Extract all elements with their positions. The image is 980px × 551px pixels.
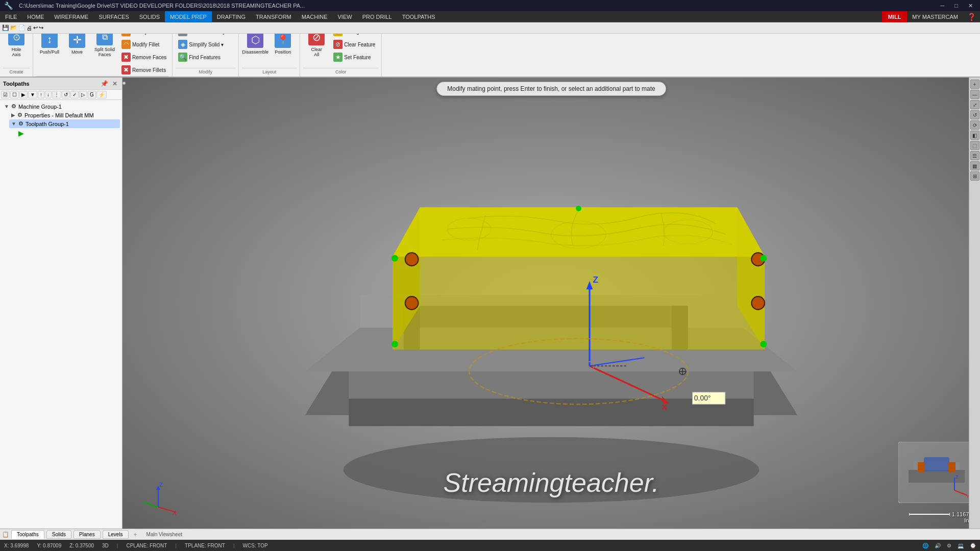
- toolbar-regen[interactable]: ↺: [62, 91, 70, 98]
- menu-toolpaths[interactable]: TOOLPATHS: [397, 11, 440, 22]
- scale-unit: Inch: [909, 517, 975, 523]
- simplify-solid-button[interactable]: ◈ Simplify Solid ▾: [176, 38, 228, 51]
- remove-faces-button[interactable]: ✖ Remove Faces: [119, 51, 169, 63]
- rp-btn-4[interactable]: ↺: [970, 110, 979, 119]
- rp-btn-3[interactable]: ⤢: [970, 100, 979, 109]
- remove-fillets-button[interactable]: ✖ Remove Fillets: [119, 64, 169, 76]
- rp-btn-2[interactable]: —: [970, 90, 979, 99]
- status-icon-4[interactable]: 💻: [958, 543, 964, 548]
- toolbar-collapse[interactable]: ▼: [28, 91, 37, 98]
- mini-model-view[interactable]: Z Y: [898, 442, 975, 503]
- toolbar-highfeed[interactable]: ⚡: [96, 91, 107, 98]
- toolbar-deselect[interactable]: ☐: [10, 91, 19, 98]
- menu-view[interactable]: VIEW: [333, 11, 357, 22]
- close-btn[interactable]: ✕: [965, 2, 976, 10]
- svg-text:X: X: [662, 403, 667, 411]
- tab-toolpaths[interactable]: Toolpaths: [11, 530, 44, 539]
- svg-point-12: [391, 255, 398, 262]
- title-path: C:\Users\imac Training\Google Drive\ST V…: [19, 3, 305, 9]
- panel-pin-btn[interactable]: 📌: [99, 80, 110, 88]
- tree-machine-group[interactable]: ▼ ⚙ Machine Group-1: [2, 102, 120, 111]
- quick-print[interactable]: 🖨: [27, 25, 32, 31]
- toolbar-expand[interactable]: ▶: [19, 91, 28, 98]
- main-area: Toolpaths 📌 ✕ ☑ ☐ ▶ ▼ ↑ ↓ ⋮ ↺ ✓ ▷ G ⚡ ▼ …: [0, 78, 980, 529]
- menu-surfaces[interactable]: SURFACES: [93, 11, 134, 22]
- toolbar-select-all[interactable]: ☑: [1, 91, 10, 98]
- add-tab-btn[interactable]: +: [131, 530, 140, 539]
- rp-btn-5[interactable]: ⟳: [970, 120, 979, 130]
- quick-undo[interactable]: ↩: [33, 24, 38, 31]
- rp-btn-9[interactable]: ▦: [970, 161, 979, 170]
- find-features-button[interactable]: 🔍 Find Features: [176, 51, 228, 63]
- quick-save[interactable]: 💾: [2, 24, 9, 31]
- quick-redo[interactable]: ↪: [39, 24, 43, 31]
- tab-solids[interactable]: Solids: [46, 530, 71, 539]
- panel-close-btn[interactable]: ✕: [111, 80, 119, 88]
- tree-properties[interactable]: ▶ ⚙ Properties - Mill Default MM: [9, 111, 120, 119]
- title-bar-controls[interactable]: ─ □ ✕: [938, 2, 976, 10]
- help-icon[interactable]: ❓: [963, 11, 980, 22]
- modify-label: Modify: [176, 68, 235, 74]
- menu-home[interactable]: HOME: [22, 11, 49, 22]
- svg-point-16: [576, 206, 581, 211]
- status-icon-5[interactable]: ⌚: [970, 543, 976, 548]
- set-feature-button[interactable]: ★ Set Feature: [331, 51, 378, 63]
- clear-feature-button[interactable]: ⊘ Clear Feature: [331, 38, 378, 51]
- svg-point-9: [405, 296, 419, 310]
- toolpaths-panel: Toolpaths 📌 ✕ ☑ ☐ ▶ ▼ ↑ ↓ ⋮ ↺ ✓ ▷ G ⚡ ▼ …: [0, 78, 122, 529]
- toolbar-post[interactable]: G: [88, 91, 96, 98]
- rp-btn-6[interactable]: ◧: [970, 131, 979, 140]
- find-features-icon: 🔍: [178, 53, 187, 62]
- set-feature-icon: ★: [333, 53, 342, 62]
- tab-planes[interactable]: Planes: [74, 530, 101, 539]
- panel-controls[interactable]: 📌 ✕: [99, 80, 119, 88]
- svg-line-37: [143, 502, 158, 507]
- menu-machine[interactable]: MACHINE: [297, 11, 333, 22]
- toolbar-down[interactable]: ↓: [45, 91, 52, 98]
- clear-feature-icon: ⊘: [333, 40, 342, 49]
- minimize-btn[interactable]: ─: [938, 2, 948, 10]
- menu-wireframe[interactable]: WIREFRAME: [49, 11, 93, 22]
- svg-text:Z: Z: [593, 274, 598, 285]
- modify-fillet-button[interactable]: ◠ Modify Fillet: [119, 38, 169, 51]
- model-svg: Z X 0.00°: [133, 98, 970, 508]
- menu-transform[interactable]: TRANSFORM: [251, 11, 297, 22]
- quick-new[interactable]: 📄: [18, 24, 26, 31]
- toolbar-up[interactable]: ↑: [38, 91, 44, 98]
- create-label: Create: [3, 68, 30, 74]
- rp-btn-8[interactable]: ☰: [970, 151, 979, 160]
- tree-toolpath-group[interactable]: ▼ ⚙ Toolpath Group-1: [9, 119, 120, 128]
- toolbar-verify[interactable]: ✓: [70, 91, 79, 98]
- rp-btn-10[interactable]: ⊞: [970, 171, 979, 181]
- status-icon-1[interactable]: 🌐: [922, 543, 928, 548]
- maximize-btn[interactable]: □: [951, 2, 961, 10]
- remove-fillets-icon: ✖: [121, 65, 131, 74]
- quick-open[interactable]: 📂: [10, 24, 17, 31]
- coord-indicator: Z X: [138, 482, 179, 518]
- tab-levels[interactable]: Levels: [103, 530, 129, 539]
- rp-btn-1[interactable]: +: [970, 80, 979, 89]
- mill-badge: MILL: [882, 11, 908, 22]
- mastercam-badge[interactable]: MY MASTERCAM: [907, 11, 963, 22]
- tree-play[interactable]: ▶: [16, 128, 120, 138]
- viewport[interactable]: Modify mating point, press Enter to fini…: [122, 78, 980, 529]
- rp-btn-7[interactable]: ⬚: [970, 141, 979, 150]
- menu-pro-drill[interactable]: PRO DRILL: [357, 11, 397, 22]
- menu-drafting[interactable]: DRAFTING: [212, 11, 251, 22]
- menu-model-prep[interactable]: MODEL PREP: [165, 11, 212, 22]
- status-right: 🌐 🔊 ⚙ 💻 ⌚: [922, 543, 976, 548]
- svg-point-0: [344, 437, 760, 503]
- toolbar-backplot[interactable]: ▷: [79, 91, 87, 98]
- coord-z: Z: 0.37500: [69, 543, 94, 548]
- viewport-toolbar[interactable]: ↗ ↻ ✋ 🔍 | ⤢ □ ◑ | ⬡ ■ ↩ ↪: [122, 82, 126, 85]
- panel-title: Toolpaths: [3, 81, 30, 87]
- modify-fillet-icon: ◠: [121, 40, 131, 49]
- layout-label: Layout: [242, 68, 297, 74]
- status-icon-3[interactable]: ⚙: [947, 543, 951, 548]
- status-icon-2[interactable]: 🔊: [935, 543, 941, 548]
- viewsheet-label: Main Viewsheet: [146, 532, 182, 537]
- menu-file[interactable]: FILE: [0, 11, 22, 22]
- toolbar-filter[interactable]: ⋮: [52, 91, 61, 98]
- menu-solids[interactable]: SOLIDS: [134, 11, 165, 22]
- hole-axis-label: HoleAxis: [12, 47, 21, 57]
